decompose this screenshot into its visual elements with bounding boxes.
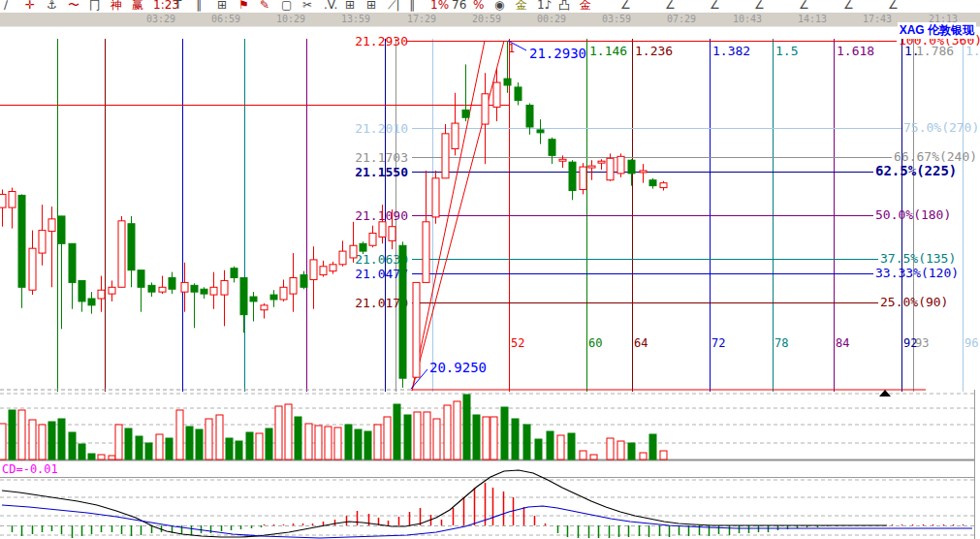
- volume-bar: [315, 426, 322, 460]
- volume-bar: [39, 425, 46, 460]
- volume-bar: [433, 419, 440, 460]
- candle: [39, 231, 46, 253]
- fib-percent-label: 50.0%(180): [875, 207, 951, 222]
- volume-bar: [590, 455, 597, 460]
- divider-icon[interactable]: ∥: [409, 0, 415, 13]
- candle: [191, 285, 198, 292]
- candle: [221, 280, 228, 295]
- pencil-tool-icon[interactable]: ✎: [260, 0, 269, 13]
- region-tool-icon[interactable]: ▢: [281, 0, 292, 13]
- mound-tool-icon[interactable]: 凸: [558, 0, 570, 13]
- gate-tool-icon[interactable]: 冂: [89, 0, 101, 13]
- number76-icon[interactable]: 76: [452, 0, 466, 13]
- circle-tool-icon[interactable]: ◉: [494, 0, 504, 13]
- price-annotation-label: 21.2930: [529, 46, 586, 61]
- macd-value-label: CD=-0.01: [2, 462, 58, 476]
- gann-angle2-icon[interactable]: ∠: [665, 0, 676, 13]
- percent2-icon[interactable]: %: [473, 0, 484, 13]
- gann-angle6-icon[interactable]: ∠: [843, 0, 854, 13]
- candle: [88, 299, 95, 305]
- fib-ratio-label: 1.5: [775, 44, 798, 58]
- note-tool-icon[interactable]: 1♪: [537, 0, 552, 13]
- volume-bar: [355, 429, 362, 460]
- bar-count-label: 64: [634, 336, 648, 350]
- fib-ratio-label: 1.236: [635, 44, 673, 58]
- fib-retracement-lines[interactable]: [406, 42, 901, 303]
- candle: [350, 245, 357, 258]
- volume-bar: [384, 417, 391, 460]
- crosshair-icon[interactable]: ✛: [25, 0, 35, 13]
- candle: [549, 140, 555, 156]
- volume-bar: [334, 428, 341, 460]
- candle: [231, 269, 237, 278]
- line-tool-icon[interactable]: ∕: [4, 0, 8, 13]
- grid3-tool-icon[interactable]: ⊞: [366, 0, 376, 13]
- percent1-icon[interactable]: 1%: [430, 0, 449, 13]
- candle: [413, 282, 420, 377]
- time-axis-label: 03:29: [146, 14, 175, 24]
- drawing-toolbar: ∕✛⚓〜冂神赢1:23T∥⊞⚑✎▢✂.V.⊞⊞⟋|∥1%76%◉金1♪凸金∠∠∠…: [0, 0, 980, 13]
- volume-bar: [345, 425, 352, 460]
- candle: [169, 278, 175, 290]
- candle: [128, 224, 135, 270]
- macd-layer: [2, 470, 972, 538]
- bar-count-label: 60: [588, 336, 602, 350]
- gold-tool-icon[interactable]: 金: [516, 0, 527, 13]
- wave-tool-icon[interactable]: .V.: [324, 0, 337, 13]
- volume-bar: [454, 401, 460, 460]
- gann-angle1-icon[interactable]: ∠: [620, 0, 631, 13]
- candle: [210, 287, 217, 295]
- candle: [240, 278, 247, 315]
- macd-dea-line: [2, 505, 972, 538]
- grid2-tool-icon[interactable]: ⊞: [345, 0, 355, 13]
- volume-bar: [48, 422, 55, 460]
- ruler-tool-icon[interactable]: ⟋|: [388, 0, 399, 13]
- volume-bar: [176, 410, 183, 460]
- gann-angle3-icon[interactable]: ∠: [710, 0, 720, 13]
- volume-bar: [216, 415, 223, 460]
- fib-percent-label: 25.0%(90): [880, 295, 948, 309]
- gann-angle7-icon[interactable]: ∠: [888, 0, 899, 13]
- fib-percent-label: 37.5%(135): [880, 251, 956, 266]
- candle: [452, 123, 458, 148]
- volume-bar: [156, 434, 163, 460]
- candle: [369, 234, 376, 246]
- text-tool-icon[interactable]: T: [174, 0, 181, 13]
- candle: [201, 289, 207, 294]
- volume-bar: [628, 443, 635, 460]
- candle: [339, 251, 346, 265]
- volume-bar: [186, 427, 193, 460]
- candle: [588, 166, 595, 168]
- volume-bar: [424, 412, 430, 460]
- volume-bar: [205, 419, 212, 460]
- volume-bar: [444, 405, 451, 460]
- curve-tool-icon[interactable]: 〜: [68, 0, 79, 13]
- gann-angle5-icon[interactable]: ∠: [799, 0, 809, 13]
- candles-layer: [0, 41, 667, 388]
- ying-tool-icon[interactable]: 赢: [132, 0, 143, 13]
- anchor-tool-icon[interactable]: ⚓: [47, 0, 57, 13]
- shen-tool-icon[interactable]: 神: [111, 0, 122, 13]
- grid-tool-icon[interactable]: ⊞: [217, 0, 227, 13]
- time-axis-label: 00:29: [537, 14, 566, 24]
- gann-angle4-icon[interactable]: ∠: [754, 0, 765, 13]
- candle: [360, 243, 366, 251]
- parallel-lines-icon[interactable]: ∥: [196, 0, 202, 13]
- volume-bar: [557, 435, 564, 460]
- candle: [660, 183, 667, 188]
- volume-bar: [18, 410, 25, 460]
- bar-count-label: 72: [711, 336, 725, 350]
- volume-bar: [98, 455, 105, 460]
- candle: [9, 192, 16, 208]
- candle: [280, 287, 287, 300]
- volume-bar: [394, 404, 400, 460]
- volume-bar: [535, 439, 542, 460]
- flag-tool-icon[interactable]: ⚑: [238, 0, 249, 13]
- chart-canvas[interactable]: 21.293021.201021.170321.155021.109021.06…: [0, 25, 980, 539]
- volume-bar: [0, 424, 6, 460]
- volume-layer: [0, 395, 667, 460]
- gold2-tool-icon[interactable]: 金: [580, 0, 591, 13]
- volume-bar: [512, 419, 519, 460]
- scissors-tool-icon[interactable]: ✂: [302, 0, 312, 13]
- volume-bar: [246, 432, 253, 460]
